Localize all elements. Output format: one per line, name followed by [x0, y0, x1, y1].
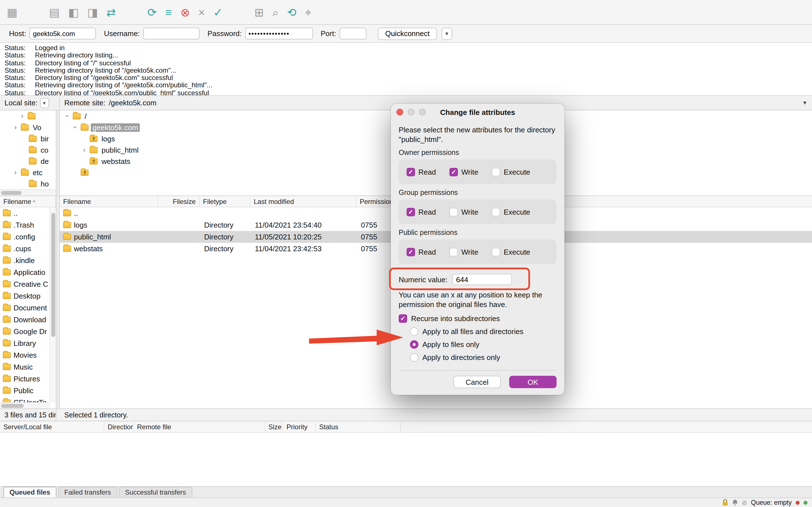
public-write-checkbox[interactable]: [449, 247, 458, 256]
owner-read-checkbox[interactable]: [407, 168, 415, 176]
local-tree-item[interactable]: ›bir: [0, 133, 56, 144]
username-input[interactable]: [143, 27, 200, 40]
local-file-row[interactable]: Creative C: [0, 278, 56, 290]
disconnect-icon[interactable]: ×: [198, 6, 205, 18]
bell-icon[interactable]: [732, 499, 738, 506]
apply-directories-only-radio[interactable]: [410, 353, 418, 362]
chevron-right-icon[interactable]: ›: [81, 146, 87, 154]
horizontal-scrollbar[interactable]: [0, 402, 50, 408]
group-execute-checkbox[interactable]: [492, 208, 500, 216]
local-file-row[interactable]: Music: [0, 361, 56, 373]
horizontal-scrollbar[interactable]: [0, 189, 56, 195]
quickconnect-button[interactable]: Quickconnect: [378, 27, 437, 40]
chevron-right-icon[interactable]: ›: [12, 123, 18, 131]
filter-icon[interactable]: ≡: [165, 6, 172, 18]
public-execute-checkbox[interactable]: [492, 247, 500, 256]
lock-icon[interactable]: [722, 499, 728, 506]
port-input[interactable]: [340, 27, 366, 40]
pane-splitter[interactable]: [56, 196, 60, 408]
folder-icon: [63, 234, 71, 240]
local-file-row[interactable]: .config: [0, 231, 56, 243]
server-local-file-column-header[interactable]: Server/Local file: [0, 421, 104, 432]
local-file-row[interactable]: Document: [0, 302, 56, 314]
quickconnect-dropdown-button[interactable]: ▾: [442, 27, 452, 40]
local-site-combobox[interactable]: ▾: [40, 98, 49, 108]
apply-all-radio[interactable]: [410, 327, 418, 336]
local-file-row[interactable]: Public: [0, 385, 56, 397]
cancel-button[interactable]: Cancel: [453, 376, 501, 388]
minimize-button[interactable]: [408, 109, 414, 115]
local-file-row[interactable]: ..: [0, 207, 56, 219]
find-files-icon[interactable]: ⌕: [272, 6, 278, 18]
local-tree-item[interactable]: ›ho: [0, 178, 56, 189]
chevron-down-icon[interactable]: ›: [63, 113, 71, 119]
local-tree-item[interactable]: ›: [0, 110, 56, 122]
tab-successful-transfers[interactable]: Successful transfers: [119, 487, 192, 497]
reconnect-icon[interactable]: ✓: [213, 6, 223, 18]
apply-files-only-radio[interactable]: [410, 340, 418, 349]
scrollbar-thumb[interactable]: [1, 404, 24, 408]
queue-toggle-icon[interactable]: ⇄: [106, 6, 116, 18]
tab-queued-files[interactable]: Queued files: [3, 487, 56, 497]
zoom-button[interactable]: [419, 109, 426, 115]
chevron-down-icon[interactable]: ›: [71, 124, 79, 130]
password-input[interactable]: [245, 27, 313, 40]
local-tree-item[interactable]: ›etc: [0, 167, 56, 178]
owner-write-checkbox[interactable]: [449, 168, 458, 176]
unknown-folder-icon: ?: [90, 135, 98, 142]
remote-file-column-header[interactable]: Remote file: [134, 421, 265, 432]
status-column-header[interactable]: Status: [316, 421, 401, 432]
tab-failed-transfers[interactable]: Failed transfers: [58, 487, 117, 497]
local-tree-item[interactable]: ›de: [0, 156, 56, 167]
filesize-column-header[interactable]: Filesize: [158, 196, 200, 207]
direction-column-header[interactable]: Direction: [104, 421, 134, 432]
numeric-value-input[interactable]: [452, 274, 512, 285]
pane-splitter[interactable]: [56, 110, 60, 195]
search-icon[interactable]: ⌖: [305, 6, 312, 18]
chevron-down-icon[interactable]: ▾: [803, 99, 808, 107]
local-file-row[interactable]: Library: [0, 337, 56, 349]
public-read-checkbox[interactable]: [407, 247, 415, 256]
local-file-row[interactable]: .kindle: [0, 255, 56, 267]
group-write-checkbox[interactable]: [449, 208, 458, 216]
log-row: Status:Retrieving directory listing...: [4, 52, 808, 60]
local-file-row[interactable]: .Trash: [0, 219, 56, 231]
dialog-titlebar[interactable]: Change file attributes: [391, 104, 564, 121]
scrollbar-thumb[interactable]: [51, 213, 55, 337]
change-file-attributes-dialog: Change file attributes Please select the…: [391, 104, 564, 395]
refresh-icon[interactable]: ⟳: [147, 6, 157, 18]
local-file-row[interactable]: Movies: [0, 349, 56, 361]
local-file-row[interactable]: Google Dr: [0, 326, 56, 337]
remote-tree-toggle-icon[interactable]: ◨: [87, 6, 98, 18]
local-tree-toggle-icon[interactable]: ◧: [68, 6, 79, 18]
site-manager-icon[interactable]: ▦: [7, 6, 17, 18]
filename-column-header[interactable]: Filename^: [0, 196, 56, 207]
message-log-toggle-icon[interactable]: ▤: [49, 6, 60, 18]
ok-button[interactable]: OK: [509, 376, 557, 388]
size-column-header[interactable]: Size: [265, 421, 283, 432]
directory-compare-icon[interactable]: ⊞: [254, 6, 264, 18]
blocked-icon[interactable]: ⊘: [742, 499, 747, 506]
scrollbar-thumb[interactable]: [1, 191, 21, 195]
chevron-right-icon[interactable]: ›: [19, 112, 26, 120]
local-file-row[interactable]: .cups: [0, 243, 56, 255]
local-tree-item[interactable]: ›co: [0, 144, 56, 156]
cancel-icon[interactable]: ⊗: [181, 6, 190, 18]
close-button[interactable]: [396, 109, 403, 115]
recurse-checkbox[interactable]: [399, 314, 407, 323]
last-modified-column-header[interactable]: Last modified: [250, 196, 356, 207]
local-file-row[interactable]: Pictures: [0, 373, 56, 385]
sync-browsing-icon[interactable]: ⟲: [287, 6, 297, 18]
group-read-checkbox[interactable]: [407, 208, 415, 216]
local-file-row[interactable]: Applicatio: [0, 267, 56, 278]
chevron-right-icon[interactable]: ›: [12, 168, 18, 176]
priority-column-header[interactable]: Priority: [283, 421, 316, 432]
vertical-scrollbar[interactable]: [50, 207, 56, 402]
host-input[interactable]: [30, 27, 96, 40]
owner-execute-checkbox[interactable]: [492, 168, 500, 176]
local-file-row[interactable]: Desktop: [0, 290, 56, 302]
local-file-row[interactable]: Download: [0, 314, 56, 326]
filetype-column-header[interactable]: Filetype: [200, 196, 250, 207]
filename-column-header[interactable]: Filename: [60, 196, 158, 207]
local-tree-item[interactable]: ›Vo: [0, 122, 56, 133]
